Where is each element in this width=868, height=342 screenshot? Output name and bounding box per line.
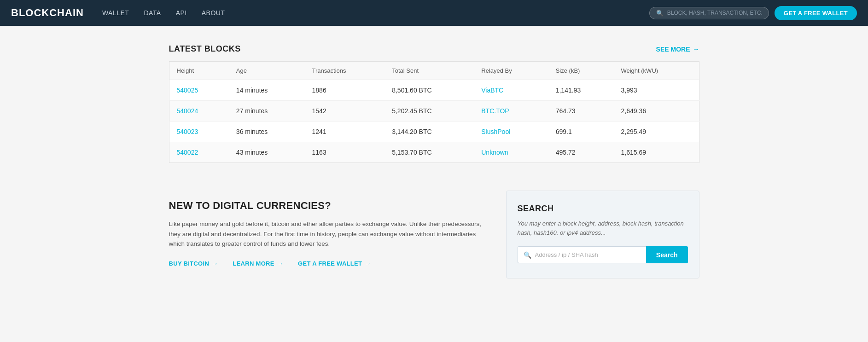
cell-height: 540025 bbox=[169, 80, 229, 101]
block-height-link[interactable]: 540025 bbox=[177, 87, 198, 94]
cell-size: 495.72 bbox=[548, 142, 614, 163]
nav-about[interactable]: ABOUT bbox=[202, 9, 225, 17]
cell-size: 1,141.93 bbox=[548, 80, 614, 101]
nav-right: 🔍 GET A FREE WALLET bbox=[649, 6, 857, 20]
cell-relayed-by: Unknown bbox=[474, 142, 548, 163]
col-relayed-by: Relayed By bbox=[474, 62, 548, 80]
block-height-link[interactable]: 540024 bbox=[177, 107, 198, 115]
learn-more-arrow: → bbox=[277, 260, 283, 267]
cell-total-sent: 5,153.70 BTC bbox=[384, 142, 474, 163]
cell-total-sent: 3,144.20 BTC bbox=[384, 122, 474, 142]
col-weight: Weight (kWU) bbox=[613, 62, 699, 80]
buy-bitcoin-arrow: → bbox=[212, 260, 218, 267]
section-title: LATEST BLOCKS bbox=[169, 44, 241, 54]
search-section: SEARCH You may enter a block height, add… bbox=[506, 191, 699, 278]
get-free-wallet-label: GET A FREE WALLET bbox=[298, 260, 362, 267]
nav-data[interactable]: DATA bbox=[144, 9, 161, 17]
relayed-by-link[interactable]: ViaBTC bbox=[481, 87, 503, 94]
get-free-wallet-link[interactable]: GET A FREE WALLET → bbox=[298, 260, 371, 267]
see-more-arrow: → bbox=[693, 46, 699, 53]
cell-age: 14 minutes bbox=[229, 80, 305, 101]
search-magnifier-icon: 🔍 bbox=[524, 251, 531, 259]
see-more-link[interactable]: SEE MORE → bbox=[656, 46, 699, 53]
cell-weight: 2,295.49 bbox=[613, 122, 699, 142]
cell-transactions: 1241 bbox=[305, 122, 385, 142]
see-more-label: SEE MORE bbox=[656, 46, 690, 53]
cell-relayed-by: SlushPool bbox=[474, 122, 548, 142]
section-header: LATEST BLOCKS SEE MORE → bbox=[169, 44, 699, 54]
new-to-crypto-section: NEW TO DIGITAL CURRENCIES? Like paper mo… bbox=[169, 191, 488, 278]
cell-transactions: 1542 bbox=[305, 101, 385, 122]
new-to-crypto-text: Like paper money and gold before it, bit… bbox=[169, 219, 488, 249]
col-transactions: Transactions bbox=[305, 62, 385, 80]
nav-search-input[interactable] bbox=[667, 10, 762, 16]
block-height-link[interactable]: 540023 bbox=[177, 128, 198, 135]
bottom-section: NEW TO DIGITAL CURRENCIES? Like paper mo… bbox=[169, 191, 699, 278]
cell-age: 36 minutes bbox=[229, 122, 305, 142]
cell-weight: 1,615.69 bbox=[613, 142, 699, 163]
col-size: Size (kB) bbox=[548, 62, 614, 80]
cell-size: 699.1 bbox=[548, 122, 614, 142]
cell-relayed-by: ViaBTC bbox=[474, 80, 548, 101]
blocks-table: Height Age Transactions Total Sent Relay… bbox=[169, 61, 699, 163]
table-row: 540022 43 minutes 1163 5,153.70 BTC Unkn… bbox=[169, 142, 699, 163]
buy-bitcoin-link[interactable]: BUY BITCOIN → bbox=[169, 260, 218, 267]
cell-transactions: 1886 bbox=[305, 80, 385, 101]
search-button[interactable]: Search bbox=[646, 246, 688, 263]
navbar: BLOCKCHAIN WALLET DATA API ABOUT 🔍 GET A… bbox=[0, 0, 868, 26]
search-section-desc: You may enter a block height, address, b… bbox=[518, 219, 688, 237]
cell-transactions: 1163 bbox=[305, 142, 385, 163]
cell-age: 43 minutes bbox=[229, 142, 305, 163]
col-total-sent: Total Sent bbox=[384, 62, 474, 80]
col-age: Age bbox=[229, 62, 305, 80]
get-free-wallet-arrow: → bbox=[365, 260, 371, 267]
search-input-row: 🔍 Search bbox=[518, 246, 688, 263]
col-height: Height bbox=[169, 62, 229, 80]
nav-search-box[interactable]: 🔍 bbox=[649, 7, 769, 19]
nav-wallet[interactable]: WALLET bbox=[102, 9, 129, 17]
nav-links: WALLET DATA API ABOUT bbox=[102, 9, 649, 17]
table-header-row: Height Age Transactions Total Sent Relay… bbox=[169, 62, 699, 80]
block-height-link[interactable]: 540022 bbox=[177, 149, 198, 156]
relayed-by-link[interactable]: BTC.TOP bbox=[481, 107, 509, 115]
cell-age: 27 minutes bbox=[229, 101, 305, 122]
relayed-by-link[interactable]: SlushPool bbox=[481, 128, 510, 135]
relayed-by-link[interactable]: Unknown bbox=[481, 149, 508, 156]
cell-height: 540022 bbox=[169, 142, 229, 163]
table-row: 540024 27 minutes 1542 5,202.45 BTC BTC.… bbox=[169, 101, 699, 122]
learn-more-link[interactable]: LEARN MORE → bbox=[233, 260, 283, 267]
learn-more-label: LEARN MORE bbox=[233, 260, 274, 267]
cell-weight: 3,993 bbox=[613, 80, 699, 101]
cell-height: 540023 bbox=[169, 122, 229, 142]
table-row: 540023 36 minutes 1241 3,144.20 BTC Slus… bbox=[169, 122, 699, 142]
nav-api[interactable]: API bbox=[176, 9, 187, 17]
search-input[interactable] bbox=[535, 247, 641, 263]
latest-blocks-section: LATEST BLOCKS SEE MORE → Height Age Tran… bbox=[169, 44, 699, 163]
crypto-links: BUY BITCOIN → LEARN MORE → GET A FREE WA… bbox=[169, 260, 488, 267]
buy-bitcoin-label: BUY BITCOIN bbox=[169, 260, 210, 267]
cell-total-sent: 8,501.60 BTC bbox=[384, 80, 474, 101]
table-row: 540025 14 minutes 1886 8,501.60 BTC ViaB… bbox=[169, 80, 699, 101]
nav-logo: BLOCKCHAIN bbox=[11, 7, 84, 19]
cell-size: 764.73 bbox=[548, 101, 614, 122]
search-section-title: SEARCH bbox=[518, 204, 688, 214]
cell-relayed-by: BTC.TOP bbox=[474, 101, 548, 122]
new-to-crypto-title: NEW TO DIGITAL CURRENCIES? bbox=[169, 200, 488, 212]
main-content: LATEST BLOCKS SEE MORE → Height Age Tran… bbox=[158, 26, 711, 306]
cell-weight: 2,649.36 bbox=[613, 101, 699, 122]
cell-total-sent: 5,202.45 BTC bbox=[384, 101, 474, 122]
cell-height: 540024 bbox=[169, 101, 229, 122]
nav-search-icon: 🔍 bbox=[656, 10, 664, 17]
search-input-wrapper: 🔍 bbox=[518, 246, 646, 263]
get-wallet-button[interactable]: GET A FREE WALLET bbox=[775, 6, 857, 20]
